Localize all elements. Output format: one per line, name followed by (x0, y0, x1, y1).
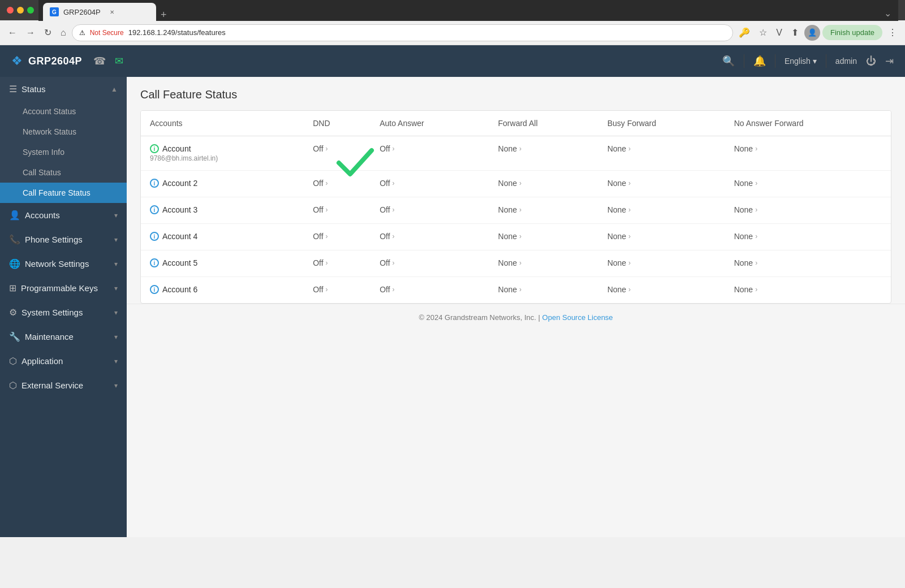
programmable-keys-group-label: Programmable Keys (21, 283, 114, 293)
finish-update-button[interactable]: Finish update (822, 25, 882, 40)
no-answer-forward-cell-button[interactable]: None› (734, 144, 757, 153)
account-info-icon[interactable]: i (150, 144, 159, 153)
footer-text: © 2024 Grandstream Networks, Inc. | (419, 313, 540, 322)
chevron-right-icon: › (393, 259, 395, 267)
chevron-right-icon: › (326, 179, 328, 187)
dnd-cell: Off› (304, 277, 370, 304)
refresh-button[interactable]: ↻ (41, 25, 55, 40)
new-tab-button[interactable]: + (156, 9, 171, 21)
no-answer-forward-cell-button[interactable]: None› (734, 205, 757, 214)
no-answer-forward-cell-button[interactable]: None› (734, 232, 757, 241)
forward-all-cell-button[interactable]: None› (498, 179, 522, 188)
active-tab[interactable]: G GRP2604P ✕ (43, 3, 156, 21)
busy-forward-cell-button[interactable]: None› (607, 144, 631, 153)
search-icon[interactable]: 🔍 (722, 55, 735, 67)
auto-answer-cell-button[interactable]: Off› (380, 205, 394, 214)
account-info-icon[interactable]: i (150, 205, 159, 214)
sidebar-item-system-info[interactable]: System Info (0, 142, 127, 162)
sidebar-item-account-status[interactable]: Account Status (0, 101, 127, 122)
auto-answer-cell-button[interactable]: Off› (380, 232, 394, 241)
account-info-icon[interactable]: i (150, 232, 159, 241)
sidebar-group-application-header[interactable]: ⬡ Application ▾ (0, 349, 127, 373)
no-answer-forward-cell: None› (725, 171, 891, 197)
sidebar-item-call-status[interactable]: Call Status (0, 162, 127, 183)
busy-forward-cell-button[interactable]: None› (607, 205, 631, 214)
busy-forward-cell-value: None (607, 144, 626, 153)
no-answer-forward-cell-button[interactable]: None› (734, 285, 757, 294)
traffic-lights (7, 7, 34, 14)
open-source-link[interactable]: Open Source License (542, 313, 613, 322)
forward-all-cell-button[interactable]: None› (498, 232, 522, 241)
busy-forward-cell-button[interactable]: None› (607, 285, 631, 294)
sidebar-group-maintenance-header[interactable]: 🔧 Maintenance ▾ (0, 325, 127, 349)
minimize-button[interactable] (17, 7, 24, 14)
auto-answer-cell-value: Off (380, 144, 390, 153)
maximize-button[interactable] (27, 7, 34, 14)
external-service-group-icon: ⬡ (9, 380, 17, 391)
dnd-cell-button[interactable]: Off› (313, 179, 327, 188)
chevron-right-icon: › (519, 259, 522, 267)
more-options-button[interactable]: ⋮ (885, 25, 900, 40)
forward-all-cell-button[interactable]: None› (498, 258, 522, 267)
tab-expand-button[interactable]: ⌄ (882, 6, 894, 21)
dnd-cell-button[interactable]: Off› (313, 258, 327, 267)
tab-close-button[interactable]: ✕ (107, 7, 117, 16)
profile-icon[interactable]: 👤 (804, 25, 820, 41)
sidebar-group-network-settings-header[interactable]: 🌐 Network Settings ▾ (0, 252, 127, 276)
forward-button[interactable]: → (23, 25, 38, 40)
share-button[interactable]: ⬆ (788, 25, 802, 40)
auto-answer-cell-button[interactable]: Off› (380, 144, 394, 153)
auto-answer-cell-button[interactable]: Off› (380, 179, 394, 188)
sidebar-group-status-header[interactable]: ☰ Status ▲ (0, 77, 127, 101)
mail-icon[interactable]: ✉ (113, 53, 126, 70)
sidebar-group-system-settings-header[interactable]: ⚙ System Settings ▾ (0, 300, 127, 325)
back-button[interactable]: ← (5, 25, 20, 40)
forward-all-cell-button[interactable]: None› (498, 285, 522, 294)
power-icon[interactable]: ⏻ (866, 55, 876, 67)
dnd-cell-button[interactable]: Off› (313, 232, 327, 241)
phone-icon[interactable]: ☎ (91, 53, 108, 70)
forward-all-cell-value: None (498, 258, 517, 267)
vivaldi-icon[interactable]: V (773, 25, 786, 40)
chevron-right-icon: › (755, 145, 757, 153)
language-selector[interactable]: English ▾ (785, 57, 817, 66)
busy-forward-cell-button[interactable]: None› (607, 258, 631, 267)
account-cell: iAccount 6 (141, 277, 304, 304)
dnd-cell-button[interactable]: Off› (313, 205, 327, 214)
busy-forward-cell-button[interactable]: None› (607, 232, 631, 241)
auto-answer-cell-button[interactable]: Off› (380, 285, 394, 294)
chevron-right-icon: › (755, 206, 757, 214)
dnd-cell-button[interactable]: Off› (313, 285, 327, 294)
forward-all-cell-button[interactable]: None› (498, 144, 522, 153)
account-info-icon[interactable]: i (150, 179, 159, 188)
bookmark-button[interactable]: ☆ (756, 25, 770, 40)
no-answer-forward-cell-value: None (734, 232, 753, 241)
busy-forward-cell-value: None (607, 232, 626, 241)
no-answer-forward-cell-button[interactable]: None› (734, 258, 757, 267)
bell-icon[interactable]: 🔔 (753, 55, 766, 67)
chevron-right-icon: › (755, 259, 757, 267)
logout-icon[interactable]: ⇥ (885, 55, 894, 67)
sidebar-group-phone-settings-header[interactable]: 📞 Phone Settings ▾ (0, 227, 127, 252)
sidebar-item-network-status[interactable]: Network Status (0, 122, 127, 142)
sidebar-item-call-feature-status[interactable]: Call Feature Status (0, 183, 127, 203)
busy-forward-cell-button[interactable]: None› (607, 179, 631, 188)
no-answer-forward-cell: None› (725, 197, 891, 224)
account-info-icon[interactable]: i (150, 258, 159, 267)
home-button[interactable]: ⌂ (57, 25, 70, 40)
close-button[interactable] (7, 7, 14, 14)
content-header: Call Feature Status (127, 77, 905, 110)
account-info-icon[interactable]: i (150, 285, 159, 294)
sidebar-group-external-service-header[interactable]: ⬡ External Service ▾ (0, 373, 127, 397)
sidebar-group-programmable-keys-header[interactable]: ⊞ Programmable Keys ▾ (0, 276, 127, 300)
no-answer-forward-cell-button[interactable]: None› (734, 179, 757, 188)
accounts-group-label: Accounts (25, 210, 114, 220)
dnd-cell-button[interactable]: Off› (313, 144, 327, 153)
sidebar-group-accounts-header[interactable]: 👤 Accounts ▾ (0, 203, 127, 227)
forward-all-cell: None› (489, 171, 598, 197)
forward-all-cell-button[interactable]: None› (498, 205, 522, 214)
passwords-icon[interactable]: 🔑 (735, 25, 753, 40)
maintenance-group-label: Maintenance (25, 332, 114, 341)
address-bar[interactable]: ⚠ Not Secure 192.168.1.249/status/featur… (72, 24, 734, 41)
auto-answer-cell-button[interactable]: Off› (380, 258, 394, 267)
